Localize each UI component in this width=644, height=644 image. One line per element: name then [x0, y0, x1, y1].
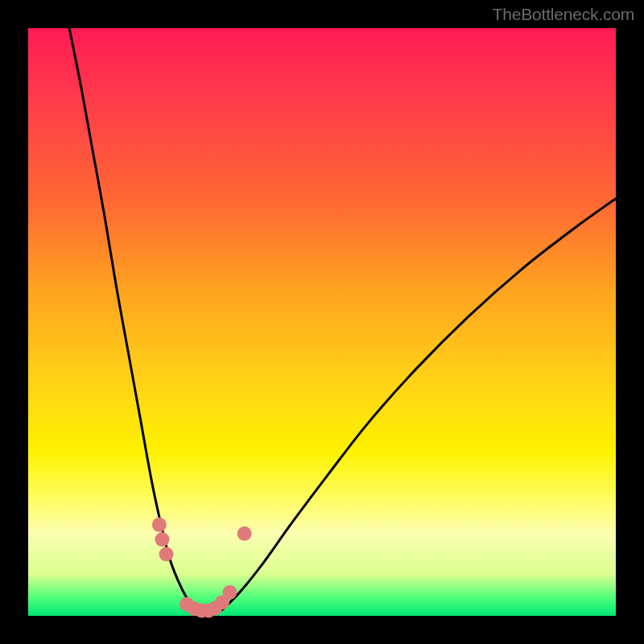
- data-marker: [222, 585, 237, 600]
- data-marker: [159, 547, 174, 561]
- watermark-text: TheBottleneck.com: [493, 5, 634, 24]
- curve-left-branch: [69, 28, 196, 610]
- plot-area: [28, 28, 616, 616]
- curve-right-branch: [222, 199, 616, 610]
- chart-frame: TheBottleneck.com: [0, 0, 644, 644]
- marker-layer: [152, 518, 252, 618]
- data-marker: [152, 518, 167, 532]
- curve-layer: [69, 28, 616, 613]
- chart-svg: [28, 28, 616, 616]
- data-marker: [237, 526, 252, 541]
- data-marker: [155, 532, 169, 547]
